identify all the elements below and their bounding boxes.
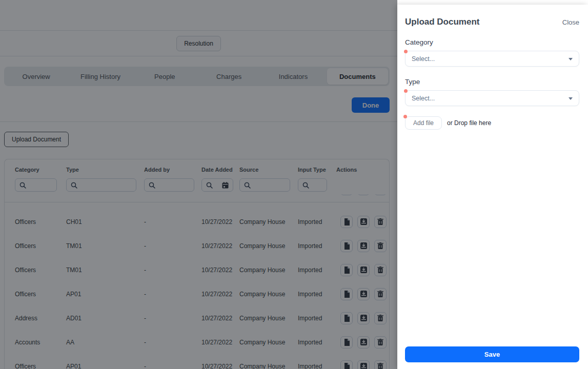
- type-select-value: Select...: [412, 95, 435, 102]
- category-select[interactable]: Select...: [405, 51, 579, 67]
- modal-dim-overlay[interactable]: [0, 0, 397, 369]
- chevron-down-icon: [569, 58, 573, 60]
- required-dot: [404, 89, 408, 93]
- upload-document-panel: Upload Document Close Category Select...…: [397, 5, 588, 369]
- add-file-button[interactable]: Add file: [405, 116, 442, 130]
- panel-header: Upload Document Close: [405, 17, 579, 27]
- type-label: Type: [405, 78, 579, 86]
- category-label: Category: [405, 38, 579, 46]
- panel-title: Upload Document: [405, 17, 479, 27]
- required-dot: [404, 50, 408, 53]
- file-upload-row: Add file or Drop file here: [405, 116, 579, 130]
- drop-file-hint: or Drop file here: [447, 119, 491, 127]
- save-button[interactable]: Save: [405, 346, 579, 362]
- required-dot: [403, 115, 407, 118]
- category-select-value: Select...: [412, 55, 435, 63]
- main-page: Resolution Overview Filling History Peop…: [0, 0, 397, 369]
- type-select[interactable]: Select...: [405, 90, 579, 106]
- close-button[interactable]: Close: [562, 18, 579, 26]
- chevron-down-icon: [569, 97, 573, 100]
